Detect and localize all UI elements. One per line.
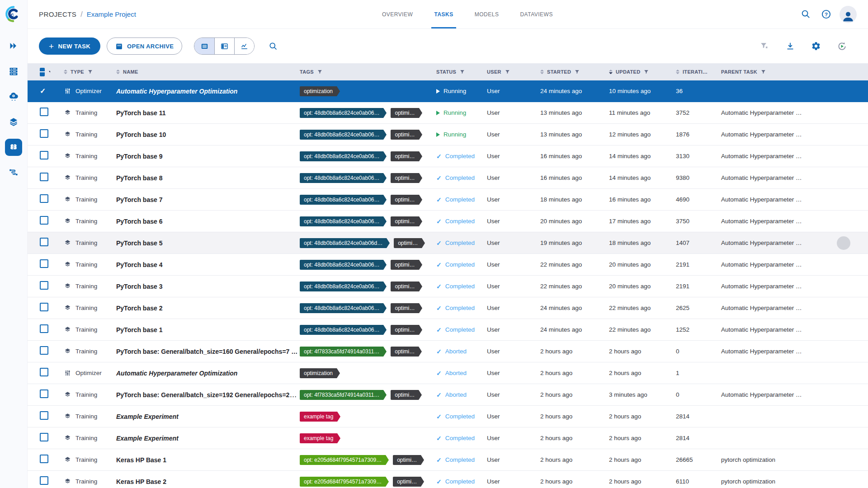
details-view-toggle[interactable] [214,38,234,54]
task-row[interactable]: OptimizerAutomatic Hyperparameter Optimi… [28,362,868,384]
auto-refresh-icon[interactable] [835,39,849,53]
sort-arrows-icon[interactable] [116,70,120,74]
select-all-header[interactable] [28,68,50,76]
column-header-iterations[interactable]: ITERATI… [672,69,717,75]
table-view-toggle[interactable] [194,38,214,54]
row-checkbox[interactable] [40,433,48,441]
help-icon[interactable]: ? [819,8,833,21]
task-name[interactable]: Example Experiment [116,413,179,420]
task-name[interactable]: PyTorch base 8 [116,174,162,182]
row-checkbox[interactable] [40,238,48,246]
tab-dataviews[interactable]: DATAVIEWS [520,0,553,28]
sort-arrows-icon[interactable] [64,70,67,74]
task-name[interactable]: PyTorch base 4 [116,261,162,268]
filter-funnel-icon[interactable] [317,69,323,75]
sidebar-item-workers-queues[interactable] [5,63,22,80]
sort-arrows-icon[interactable] [540,70,544,74]
task-row[interactable]: TrainingPyTorch base 6opt: 48db0b8a6c824… [28,211,868,232]
row-checkbox[interactable] [40,324,48,333]
filter-funnel-icon[interactable] [643,69,649,75]
task-row[interactable]: TrainingPyTorch base 5opt: 48db0b8a6c824… [28,232,868,254]
row-checkbox[interactable] [40,476,48,485]
task-row[interactable]: TrainingKeras HP Base 2opt: e205d684f795… [28,471,868,488]
task-name[interactable]: Automatic Hyperparameter Optimization [116,370,237,377]
task-name[interactable]: PyTorch base 11 [116,109,165,117]
task-row[interactable]: TrainingPyTorch base 4opt: 48db0b8a6c824… [28,254,868,276]
row-checkbox[interactable] [40,281,48,290]
sort-arrows-icon[interactable] [676,70,679,74]
filter-funnel-icon[interactable] [87,69,93,75]
sidebar-item-projects[interactable] [5,139,22,156]
task-name[interactable]: PyTorch base: General/batch_size=192 Gen… [116,391,298,399]
task-row[interactable]: TrainingPyTorch base 11opt: 48db0b8a6c82… [28,102,868,124]
task-row[interactable]: TrainingPyTorch base 2opt: 48db0b8a6c824… [28,297,868,319]
table-search-icon[interactable] [266,39,280,53]
row-checkbox[interactable] [40,216,48,225]
row-checkbox[interactable] [40,455,48,463]
select-all-checkbox[interactable] [40,68,45,76]
compare-chart-view-toggle[interactable] [234,38,254,54]
row-checkbox[interactable] [40,151,48,160]
filter-funnel-icon[interactable] [505,69,510,75]
sort-arrows-icon[interactable] [609,70,613,74]
filter-funnel-icon[interactable] [574,69,580,75]
task-name[interactable]: PyTorch base 3 [116,283,162,290]
task-name[interactable]: PyTorch base 1 [116,326,162,333]
column-header-type[interactable]: TYPE [50,69,104,75]
task-row[interactable]: TrainingExample Experimentexample tag✓Co… [28,406,868,427]
task-name[interactable]: PyTorch base 5 [116,239,162,247]
column-header-started[interactable]: STARTED [537,69,605,75]
task-row[interactable]: TrainingPyTorch base 3opt: 48db0b8a6c824… [28,276,868,297]
clearml-logo[interactable]: c [5,5,23,23]
breadcrumb-projects[interactable]: PROJECTS [39,10,76,18]
column-header-parent[interactable]: PARENT TASK [717,69,868,75]
task-row[interactable]: TrainingPyTorch base 8opt: 48db0b8a6c824… [28,167,868,189]
task-name[interactable]: Keras HP Base 1 [116,456,166,464]
column-header-status[interactable]: STATUS [433,69,483,75]
settings-icon[interactable] [809,39,823,53]
row-selected-check-icon[interactable]: ✓ [40,87,46,95]
task-row[interactable]: ✓OptimizerAutomatic Hyperparameter Optim… [28,80,868,102]
column-header-updated[interactable]: UPDATED [605,69,672,75]
task-name[interactable]: PyTorch base: General/batch_size=160 Gen… [116,348,297,355]
sidebar-item-expand-menu[interactable] [5,38,22,55]
tab-overview[interactable]: OVERVIEW [382,0,413,28]
task-name[interactable]: Automatic Hyperparameter Optimization [116,88,237,95]
task-row[interactable]: TrainingPyTorch base: General/batch_size… [28,341,868,362]
row-checkbox[interactable] [40,259,48,268]
task-row[interactable]: TrainingExample Experimentexample tag✓Co… [28,427,868,449]
sidebar-item-datasets[interactable] [5,113,22,131]
tab-models[interactable]: MODELS [475,0,499,28]
task-row[interactable]: TrainingPyTorch base 10opt: 48db0b8a6c82… [28,124,868,145]
task-row[interactable]: TrainingPyTorch base 7opt: 48db0b8a6c824… [28,189,868,211]
new-task-button[interactable]: + NEW TASK [39,38,100,55]
task-name[interactable]: PyTorch base 6 [116,218,162,225]
task-name[interactable]: Example Experiment [116,435,179,442]
task-name[interactable]: PyTorch base 7 [116,196,162,203]
filter-funnel-icon[interactable] [760,69,766,75]
open-archive-button[interactable]: OPEN ARCHIVE [107,38,182,55]
task-name[interactable]: PyTorch base 9 [116,153,162,160]
column-header-tags[interactable]: TAGS [298,69,433,75]
row-checkbox[interactable] [40,129,48,138]
filter-funnel-icon[interactable] [459,69,465,75]
task-name[interactable]: PyTorch base 2 [116,305,162,312]
sidebar-item-pipelines[interactable] [5,164,22,181]
column-header-user[interactable]: USER [483,69,537,75]
tab-tasks[interactable]: TASKS [434,0,453,28]
column-header-name[interactable]: NAME [104,69,298,75]
task-row[interactable]: TrainingKeras HP Base 1opt: e205d684f795… [28,449,868,471]
task-row[interactable]: TrainingPyTorch base 1opt: 48db0b8a6c824… [28,319,868,341]
task-name[interactable]: PyTorch base 10 [116,131,166,138]
task-row[interactable]: TrainingPyTorch base: General/batch_size… [28,384,868,406]
row-checkbox[interactable] [40,346,48,355]
row-hover-button[interactable] [837,236,850,250]
download-icon[interactable] [783,39,797,53]
breadcrumb-current-project[interactable]: Example Project [87,10,136,18]
task-row[interactable]: TrainingPyTorch base 9opt: 48db0b8a6c824… [28,145,868,167]
user-avatar[interactable] [840,6,857,23]
row-checkbox[interactable] [40,411,48,420]
search-icon[interactable] [799,8,812,21]
row-checkbox[interactable] [40,368,48,376]
task-name[interactable]: Keras HP Base 2 [116,478,166,485]
